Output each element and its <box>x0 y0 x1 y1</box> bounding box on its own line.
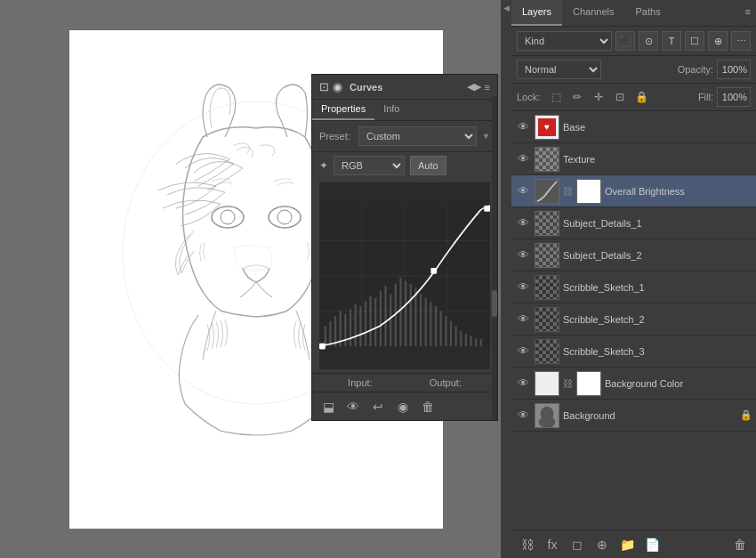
undo-btn[interactable]: ↩ <box>367 396 389 417</box>
layer-name-background: Background <box>563 410 736 421</box>
layer-name-scribble3: Scribble_Sketch_3 <box>563 346 752 357</box>
layer-item-subject1[interactable]: 👁 Subject_Details_1 <box>511 207 756 239</box>
kind-row: Kind ⬛ ⊙ T ☐ ⊕ ⋯ <box>511 27 756 56</box>
filter-more-btn[interactable]: ⋯ <box>731 31 751 51</box>
svg-point-53 <box>539 416 556 427</box>
layers-panel-toolbar: ⛓ fx ◻ ⊕ 📁 📄 🗑 <box>511 530 756 558</box>
layer-eye-base[interactable]: 👁 <box>515 119 531 135</box>
svg-rect-30 <box>405 281 406 346</box>
layer-mask-thumb-brightness <box>576 179 601 204</box>
layer-item-overall-brightness[interactable]: 👁 ⛓ Overall Brightness <box>511 175 756 207</box>
lock-position-btn[interactable]: ✛ <box>590 88 607 106</box>
tab-channels[interactable]: Channels <box>562 0 624 26</box>
filter-shape-btn[interactable]: ☐ <box>685 31 704 51</box>
new-layer-btn[interactable]: 📄 <box>641 534 663 555</box>
filter-adjust-btn[interactable]: ⊙ <box>639 31 658 51</box>
properties-expand-btn[interactable]: ◀▶ <box>467 81 481 93</box>
layer-eye-texture[interactable]: 👁 <box>515 151 531 167</box>
layer-item-texture[interactable]: 👁 Texture <box>511 143 756 175</box>
add-mask-btn[interactable]: ◻ <box>567 534 588 555</box>
tab-layers[interactable]: Layers <box>511 0 562 26</box>
layer-thumb-scribble2 <box>535 307 559 332</box>
layer-chain-brightness: ⛓ <box>563 186 573 197</box>
svg-rect-40 <box>454 326 456 346</box>
collapse-arrow-icon: ◀ <box>503 4 510 12</box>
tab-info[interactable]: Info <box>374 100 408 120</box>
lock-artboard-btn[interactable]: ⊡ <box>611 88 629 106</box>
kind-dropdown[interactable]: Kind <box>517 31 612 51</box>
visibility-toggle-btn[interactable]: 👁 <box>342 396 364 417</box>
input-label: Input: <box>348 377 373 388</box>
layer-item-background[interactable]: 👁 Background 🔒 <box>511 400 756 432</box>
svg-rect-47 <box>430 268 437 274</box>
lock-transparent-btn[interactable]: ⬚ <box>547 88 565 106</box>
svg-rect-18 <box>344 314 346 346</box>
layer-item-subject2[interactable]: 👁 Subject_Details_2 <box>511 239 756 271</box>
svg-rect-16 <box>334 316 336 346</box>
layer-eye-bg-color[interactable]: 👁 <box>515 376 531 392</box>
svg-rect-44 <box>475 338 477 346</box>
svg-rect-15 <box>329 321 331 346</box>
properties-panel-header: ⊡ ◉ Curves ◀▶ ≡ <box>312 75 497 100</box>
properties-bottom-toolbar: ⬓ 👁 ↩ ◉ 🗑 <box>312 392 497 420</box>
svg-rect-41 <box>460 331 462 346</box>
blend-mode-dropdown[interactable]: Normal <box>517 60 601 79</box>
delete-btn[interactable]: 🗑 <box>417 396 438 417</box>
tab-properties[interactable]: Properties <box>312 100 374 120</box>
layer-item-scribble1[interactable]: 👁 Scribble_Sketch_1 <box>511 271 756 303</box>
layer-item-base[interactable]: 👁 ♥ Base <box>511 111 756 143</box>
filter-smart-btn[interactable]: ⊕ <box>708 31 728 51</box>
delete-layer-btn[interactable]: 🗑 <box>729 534 751 555</box>
layer-item-scribble3[interactable]: 👁 Scribble_Sketch_3 <box>511 336 756 368</box>
panel-collapse-handle[interactable]: ◀ <box>501 0 511 558</box>
layer-lock-icon-background: 🔒 <box>740 409 752 421</box>
layer-eye-subject1[interactable]: 👁 <box>515 215 531 231</box>
props-icon-adjust: ⊡ <box>319 80 329 93</box>
new-group-btn[interactable]: 📁 <box>616 534 638 555</box>
layer-eye-subject2[interactable]: 👁 <box>515 247 531 263</box>
layer-thumb-scribble1 <box>535 275 559 300</box>
lock-image-btn[interactable]: ✏ <box>568 88 586 106</box>
curves-area <box>319 182 490 369</box>
layer-name-subject1: Subject_Details_1 <box>563 218 752 229</box>
layer-name-bg-color: Background Color <box>605 378 752 389</box>
curves-svg <box>319 182 490 369</box>
layer-eye-brightness[interactable]: 👁 <box>515 183 531 199</box>
clip-to-layer-btn[interactable]: ⬓ <box>318 396 339 417</box>
fill-input[interactable]: 100% <box>717 87 751 107</box>
new-adjustment-btn[interactable]: ⊕ <box>591 534 613 555</box>
layer-thumb-subject1 <box>535 211 559 236</box>
layer-name-base: Base <box>563 122 752 133</box>
filter-pixel-btn[interactable]: ⬛ <box>615 31 635 51</box>
layer-mask-bg-color <box>576 371 601 396</box>
svg-rect-24 <box>374 298 376 346</box>
layer-eye-background[interactable]: 👁 <box>515 408 531 424</box>
layer-thumb-subject2 <box>535 243 559 268</box>
layer-eye-scribble3[interactable]: 👁 <box>515 344 531 360</box>
layer-item-scribble2[interactable]: 👁 Scribble_Sketch_2 <box>511 303 756 336</box>
link-layers-btn[interactable]: ⛓ <box>517 534 538 555</box>
blend-row: Normal Opacity: 100% <box>511 56 756 84</box>
preset-dropdown[interactable]: Custom Default <box>358 126 477 146</box>
tab-paths[interactable]: Paths <box>625 0 672 26</box>
add-style-btn[interactable]: fx <box>542 534 563 555</box>
svg-rect-27 <box>390 294 391 346</box>
view-prev-btn[interactable]: ◉ <box>392 396 414 417</box>
layer-thumb-bg-color <box>535 371 559 396</box>
preset-dropdown-arrow: ▼ <box>482 132 490 141</box>
opacity-input[interactable]: 100% <box>717 60 751 79</box>
layer-eye-scribble1[interactable]: 👁 <box>515 279 531 295</box>
channel-dropdown[interactable]: RGB Red Green Blue <box>334 156 405 175</box>
auto-button[interactable]: Auto <box>410 156 446 175</box>
channel-row: ✦ RGB Red Green Blue Auto <box>312 152 497 179</box>
layer-eye-scribble2[interactable]: 👁 <box>515 311 531 328</box>
layers-panel-menu-btn[interactable]: ≡ <box>745 6 751 17</box>
svg-rect-42 <box>465 335 467 347</box>
svg-rect-32 <box>414 288 416 347</box>
properties-menu-btn[interactable]: ≡ <box>485 82 490 93</box>
lock-all-btn[interactable]: 🔒 <box>632 88 650 106</box>
layer-item-bg-color[interactable]: 👁 ⛓ Background Color <box>511 368 756 400</box>
filter-type-btn[interactable]: T <box>662 31 681 51</box>
opacity-label: Opacity: <box>678 64 713 75</box>
channel-point-tool[interactable]: ✦ <box>319 159 328 172</box>
